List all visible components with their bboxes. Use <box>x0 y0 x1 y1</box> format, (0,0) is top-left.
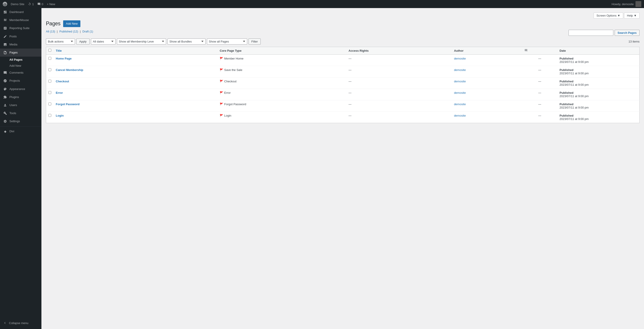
user-greeting: Howdy, demosite <box>612 2 634 6</box>
comments-value: — <box>538 91 541 94</box>
help-button[interactable]: Help ▼ <box>624 12 640 18</box>
filter-draft-link[interactable]: Draft (1) <box>82 30 93 33</box>
bundles-filter-select[interactable]: Show all Bundles <box>168 38 206 44</box>
pages-icon <box>3 50 7 55</box>
screen-options-button[interactable]: Screen Options ▼ <box>594 12 623 18</box>
page-title-link[interactable]: Home Page <box>56 57 72 60</box>
row-checkbox[interactable] <box>48 91 51 94</box>
filter-published-link[interactable]: Published (12) <box>59 30 79 33</box>
page-title-link[interactable]: Checkout <box>56 80 69 83</box>
dates-filter-select[interactable]: All dates <box>91 38 116 44</box>
sidebar-item-dashboard[interactable]: Dashboard <box>0 8 42 16</box>
main-content: Screen Options ▼ Help ▼ Pages Add New Se… <box>42 8 644 329</box>
row-checkbox[interactable] <box>48 57 51 60</box>
row-comments-cell: — <box>522 54 557 66</box>
row-access-rights-cell: — <box>346 100 452 111</box>
search-pages-button[interactable]: Search Pages <box>615 30 640 36</box>
wp-logo-icon[interactable] <box>3 2 7 6</box>
row-author-cell: demosite <box>452 77 522 89</box>
row-checkbox[interactable] <box>48 102 51 105</box>
row-date-cell: Published 2023/07/11 at 9:00 pm <box>557 54 640 66</box>
appearance-icon <box>3 87 7 91</box>
row-date-cell: Published 2023/07/11 at 9:00 pm <box>557 100 640 111</box>
date-status: Published <box>560 57 574 60</box>
bulk-actions-select[interactable]: Bulk actions <box>46 38 75 44</box>
updates-icon[interactable]: 1 <box>28 2 34 6</box>
collapse-menu-button[interactable]: Collapse menu <box>0 319 32 327</box>
sidebar-item-settings[interactable]: Settings <box>0 117 42 125</box>
filter-all-link[interactable]: All (13) <box>46 30 56 33</box>
site-name[interactable]: Demo Site <box>11 2 24 6</box>
sidebar-item-label: Appearance <box>10 87 25 91</box>
row-checkbox[interactable] <box>48 114 51 117</box>
column-title[interactable]: Title <box>54 47 218 54</box>
page-title-link[interactable]: Cancel Membership <box>56 68 83 72</box>
sidebar-item-posts[interactable]: Posts <box>0 32 42 40</box>
filter-all[interactable]: All (13) | <box>46 30 58 33</box>
sidebar-item-comments[interactable]: Comments <box>0 69 42 77</box>
author-link[interactable]: demosite <box>454 80 466 83</box>
row-comments-cell: — <box>522 111 557 123</box>
select-all-header[interactable] <box>46 47 54 54</box>
admin-bar: Demo Site 1 0 + New Howdy, demosite <box>0 0 644 8</box>
sidebar-item-appearance[interactable]: Appearance <box>0 85 42 93</box>
filter-draft[interactable]: Draft (1) <box>82 30 93 33</box>
items-count: 13 items <box>628 40 640 43</box>
new-content[interactable]: + New <box>47 2 55 6</box>
sidebar-item-reporting[interactable]: Reporting Suite <box>0 24 42 32</box>
comments-icon[interactable]: 0 <box>38 2 43 6</box>
sidebar-item-label: Comments <box>10 71 24 75</box>
comments-menu-icon <box>3 71 7 75</box>
search-pages-area: Search Pages <box>568 30 640 36</box>
sidebar-item-media[interactable]: Media <box>0 40 42 48</box>
filter-button[interactable]: Filter <box>248 38 261 44</box>
sidebar-item-label: Dashboard <box>10 10 24 14</box>
filter-published[interactable]: Published (12) | <box>59 30 82 33</box>
row-core-page-type-cell: 🚩Error <box>218 89 346 100</box>
page-title-link[interactable]: Forgot Password <box>56 102 80 106</box>
row-author-cell: demosite <box>452 66 522 77</box>
date-value: 2023/07/11 at 9:00 pm <box>560 60 589 63</box>
author-link[interactable]: demosite <box>454 57 466 60</box>
date-value: 2023/07/11 at 9:00 pm <box>560 94 589 98</box>
sidebar-item-divi[interactable]: ◆ Divi <box>0 127 42 135</box>
row-author-cell: demosite <box>452 54 522 66</box>
author-link[interactable]: demosite <box>454 102 466 106</box>
sidebar-item-membermouse[interactable]: M MemberMouse <box>0 16 42 24</box>
search-pages-input[interactable] <box>568 30 613 36</box>
sidebar-item-projects[interactable]: Projects <box>0 77 42 85</box>
page-status-filter: All (13) | Published (12) | Draft (1) <box>46 30 568 33</box>
author-link[interactable]: demosite <box>454 68 466 72</box>
select-all-checkbox[interactable] <box>48 49 51 52</box>
column-comments <box>522 47 557 54</box>
page-title-link[interactable]: Login <box>56 114 64 117</box>
sidebar-item-pages[interactable]: Pages <box>0 48 42 57</box>
add-new-button[interactable]: Add New <box>63 20 80 27</box>
sidebar-item-label: MemberMouse <box>10 18 29 22</box>
row-checkbox[interactable] <box>48 80 51 83</box>
row-checkbox-cell <box>46 100 54 111</box>
title-sort-link[interactable]: Title <box>56 49 62 52</box>
pages-filter-select[interactable]: Show all Pages <box>207 38 247 44</box>
access-rights-value: — <box>349 57 352 60</box>
sidebar-item-users[interactable]: Users <box>0 101 42 109</box>
apply-button[interactable]: Apply <box>76 38 90 44</box>
access-rights-value: — <box>349 80 352 83</box>
sidebar-item-label: Pages <box>10 50 18 55</box>
row-author-cell: demosite <box>452 100 522 111</box>
row-access-rights-cell: — <box>346 89 452 100</box>
date-status: Published <box>560 68 574 72</box>
author-link[interactable]: demosite <box>454 91 466 94</box>
membership-level-select[interactable]: Show all Membership Leve <box>117 38 166 44</box>
author-link[interactable]: demosite <box>454 114 466 117</box>
page-title-link[interactable]: Error <box>56 91 63 94</box>
sidebar-item-tools[interactable]: Tools <box>0 109 42 117</box>
row-title-cell: Cancel Membership <box>54 66 218 77</box>
sidebar-item-plugins[interactable]: Plugins <box>0 93 42 101</box>
sidebar-subitem-add-new[interactable]: Add New <box>0 63 42 69</box>
tools-icon <box>3 111 7 115</box>
sidebar-subitem-all-pages[interactable]: All Pages <box>0 57 42 63</box>
sidebar-item-label: Posts <box>10 34 17 38</box>
row-checkbox[interactable] <box>48 68 51 71</box>
pages-table-body: Home Page 🚩Member Home — demosite — Publ… <box>46 54 640 123</box>
